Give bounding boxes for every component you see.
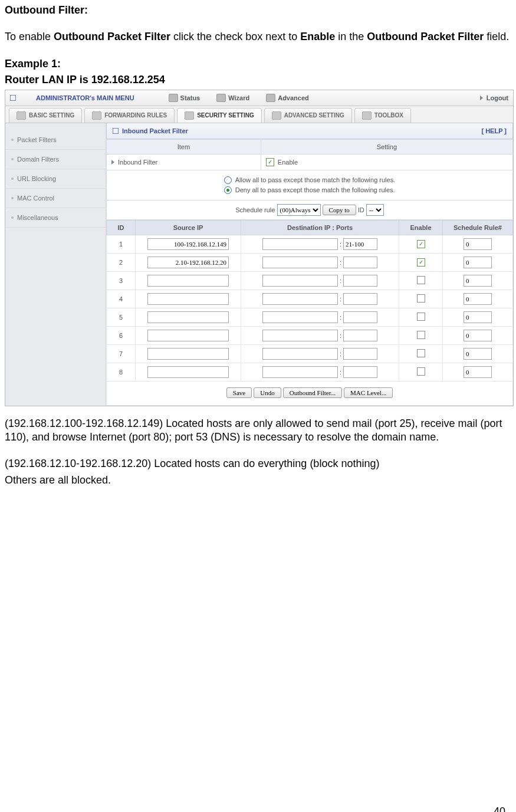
schedule-rule-input[interactable] (464, 366, 492, 378)
dest-port-input[interactable] (343, 275, 377, 287)
id-select[interactable]: -- (366, 204, 384, 216)
schedule-select[interactable]: (00)Always (277, 204, 321, 216)
paragraph-hosts-2b: Others are all blocked. (5, 474, 511, 487)
inbound-filter-value-cell: Enable (261, 154, 512, 170)
radio-allow-label: Allow all to pass except those match the… (235, 176, 395, 183)
panel-title: Inbound Packet Filter (122, 127, 188, 134)
dest-port-input[interactable] (343, 257, 377, 268)
help-link[interactable]: [ HELP ] (481, 127, 507, 134)
wizard-link[interactable]: Wizard (216, 94, 249, 102)
enable-rule-checkbox[interactable] (417, 349, 425, 357)
col-item-header: Item (107, 139, 261, 154)
rule-id: 4 (107, 290, 136, 308)
dest-ip-input[interactable] (262, 293, 338, 305)
copy-to-button[interactable]: Copy to (323, 205, 356, 215)
mac-level-button[interactable]: MAC Level... (344, 387, 393, 398)
save-button[interactable]: Save (226, 387, 252, 398)
status-link[interactable]: Status (169, 94, 201, 102)
tab-label: BASIC SETTING (29, 112, 74, 119)
source-ip-input[interactable] (147, 238, 229, 250)
bullet-icon (11, 197, 14, 199)
enable-rule-checkbox[interactable] (417, 258, 425, 267)
tab-bar: BASIC SETTING FORWARDING RULES SECURITY … (5, 106, 513, 123)
example-label: Example 1: (5, 57, 511, 71)
dest-port-input[interactable] (343, 330, 377, 341)
link-label: Advanced (278, 94, 309, 101)
outbound-filter-button[interactable]: Outbound Filter... (283, 387, 342, 398)
window-icon (10, 95, 16, 101)
table-row: 6 : (107, 326, 513, 344)
content-panel: Inbound Packet Filter [ HELP ] Item Sett… (106, 123, 513, 406)
dest-port-input[interactable] (343, 293, 377, 305)
schedule-rule-input[interactable] (464, 348, 492, 360)
tab-advanced-setting[interactable]: ADVANCED SETTING (264, 108, 352, 123)
enable-rule-checkbox[interactable] (417, 294, 425, 303)
undo-button[interactable]: Undo (254, 387, 281, 398)
dest-ip-input[interactable] (262, 366, 338, 378)
source-ip-input[interactable] (147, 330, 229, 341)
inbound-filter-label-cell: Inbound Filter (107, 154, 261, 170)
dest-port-input[interactable] (343, 348, 377, 360)
link-label: Logout (487, 94, 508, 101)
schedule-rule-input[interactable] (464, 238, 492, 250)
source-ip-input[interactable] (147, 366, 229, 378)
tab-security-setting[interactable]: SECURITY SETTING (177, 108, 262, 123)
table-row: 8 : (107, 363, 513, 381)
source-ip-input[interactable] (147, 293, 229, 305)
schedule-row: Schedule rule (00)Always Copy to ID -- (107, 200, 513, 219)
tab-basic-setting[interactable]: BASIC SETTING (9, 108, 82, 123)
sidebar: Packet Filters Domain Filters URL Blocki… (5, 123, 106, 406)
rules-header-sched: Schedule Rule# (443, 220, 513, 235)
enable-rule-checkbox[interactable] (417, 240, 425, 248)
enable-rule-checkbox[interactable] (417, 331, 425, 339)
enable-checkbox[interactable] (266, 158, 274, 166)
logout-link[interactable]: Logout (480, 94, 508, 101)
schedule-rule-input[interactable] (464, 311, 492, 323)
sidebar-item-label: Packet Filters (17, 136, 57, 143)
col-setting-header: Setting (261, 139, 512, 154)
enable-label: Enable (278, 159, 298, 166)
paragraph-hosts-2a: (192.168.12.10-192.168.12.20) Located ho… (5, 457, 511, 471)
source-ip-input[interactable] (147, 311, 229, 323)
bullet-icon (11, 177, 14, 180)
radio-allow[interactable] (224, 176, 232, 184)
source-ip-input[interactable] (147, 348, 229, 360)
sidebar-item-mac-control[interactable]: MAC Control (5, 189, 106, 208)
dest-ip-input[interactable] (262, 330, 338, 341)
text: click the check box next to (170, 31, 300, 42)
main-menu-title: ADMINISTRATOR's MAIN MENU (36, 94, 134, 101)
tab-forwarding-rules[interactable]: FORWARDING RULES (84, 108, 175, 123)
dest-ip-input[interactable] (262, 311, 338, 323)
sidebar-item-packet-filters[interactable]: Packet Filters (5, 130, 106, 150)
dest-port-input[interactable] (343, 238, 377, 250)
text: in the (335, 31, 367, 42)
schedule-rule-input[interactable] (464, 257, 492, 268)
schedule-rule-input[interactable] (464, 293, 492, 305)
tab-toolbox[interactable]: TOOLBOX (354, 108, 411, 123)
rules-header-dst: Destination IP : Ports (241, 220, 399, 235)
enable-rule-checkbox[interactable] (417, 367, 425, 376)
rule-id: 1 (107, 235, 136, 253)
dest-ip-input[interactable] (262, 257, 338, 268)
enable-rule-checkbox[interactable] (417, 313, 425, 321)
dest-port-input[interactable] (343, 311, 377, 323)
sidebar-item-miscellaneous[interactable]: Miscellaneous (5, 208, 106, 228)
dest-ip-input[interactable] (262, 238, 338, 250)
sidebar-item-url-blocking[interactable]: URL Blocking (5, 169, 106, 189)
table-row: 7 : (107, 344, 513, 363)
schedule-rule-input[interactable] (464, 275, 492, 287)
sidebar-item-domain-filters[interactable]: Domain Filters (5, 150, 106, 169)
link-label: Status (180, 94, 201, 101)
source-ip-input[interactable] (147, 275, 229, 287)
security-icon (185, 111, 194, 120)
paragraph-hosts-1: (192.168.12.100-192.168.12.149) Located … (5, 417, 511, 445)
panel-icon (113, 128, 119, 134)
advanced-link[interactable]: Advanced (266, 94, 309, 102)
dest-port-input[interactable] (343, 366, 377, 378)
dest-ip-input[interactable] (262, 348, 338, 360)
dest-ip-input[interactable] (262, 275, 338, 287)
source-ip-input[interactable] (147, 257, 229, 268)
radio-deny[interactable] (224, 186, 232, 194)
enable-rule-checkbox[interactable] (417, 276, 425, 284)
schedule-rule-input[interactable] (464, 330, 492, 341)
